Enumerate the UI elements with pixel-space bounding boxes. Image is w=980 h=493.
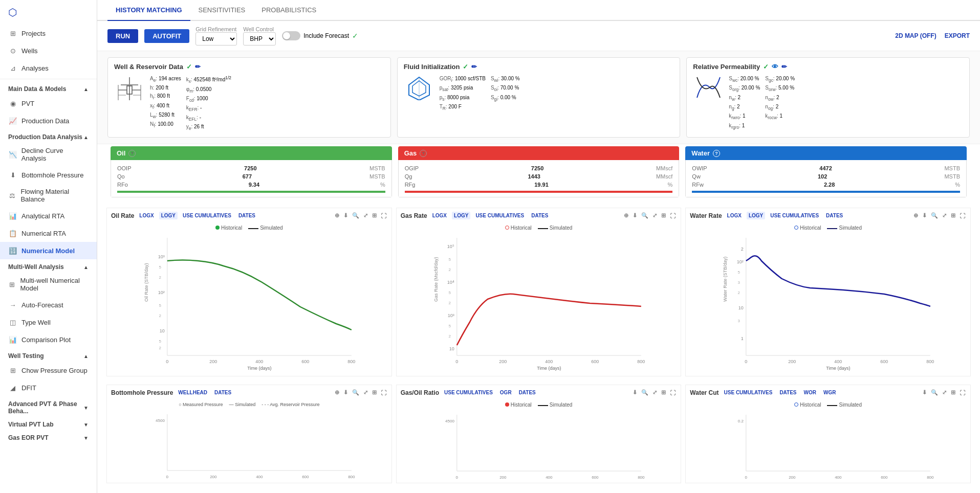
bhp-expand-icon[interactable]: ⤢ <box>362 388 369 397</box>
tab-history-matching[interactable]: HISTORY MATCHING <box>107 0 190 21</box>
gor-zoom-icon[interactable]: 🔍 <box>640 388 649 397</box>
water-info-icon[interactable]: ? <box>713 150 720 157</box>
section-advanced-pvt[interactable]: Advanced PVT & Phase Beha... ▼ <box>0 396 97 417</box>
bhp-zoom-icon[interactable]: 🔍 <box>351 388 360 397</box>
gor-cumulatives-tab[interactable]: USE CUMULATIVES <box>442 389 495 396</box>
oil-crosshair-icon[interactable]: ⊕ <box>334 211 340 220</box>
water-dates-tab[interactable]: DATES <box>824 212 845 219</box>
eye-icon[interactable]: 👁 <box>772 63 778 71</box>
water-download-icon[interactable]: ⬇ <box>921 211 928 220</box>
wcut-grid-icon[interactable]: ⊞ <box>950 388 956 397</box>
sidebar-item-analytical-rta[interactable]: 📊 Analytical RTA <box>0 207 97 225</box>
svg-text:2: 2 <box>159 313 161 318</box>
gas-crosshair-icon[interactable]: ⊕ <box>623 211 629 220</box>
gor-fullscreen-icon[interactable]: ⛶ <box>669 389 677 397</box>
oil-dates-tab[interactable]: DATES <box>236 212 257 219</box>
gor-download-icon[interactable]: ⬇ <box>631 388 638 397</box>
export-button[interactable]: EXPORT <box>945 32 970 39</box>
wcut-dates-tab[interactable]: DATES <box>777 389 798 396</box>
wcut-expand-icon[interactable]: ⤢ <box>941 388 948 397</box>
gas-logy-tab[interactable]: LOGY <box>452 212 470 219</box>
run-button[interactable]: RUN <box>107 29 138 43</box>
bhp-wellhead-tab[interactable]: WELLHEAD <box>176 389 209 396</box>
oil-download-icon[interactable]: ⬇ <box>342 211 349 220</box>
section-gas-eor[interactable]: Gas EOR PVT ▼ <box>0 430 97 443</box>
section-main-data[interactable]: Main Data & Models ▲ <box>0 81 97 95</box>
oil-logy-tab[interactable]: LOGY <box>159 212 178 219</box>
include-forecast-toggle[interactable] <box>282 31 300 40</box>
gas-fullscreen-icon[interactable]: ⛶ <box>669 212 677 220</box>
sidebar-item-type-well[interactable]: ◫ Type Well <box>0 313 97 331</box>
wcut-cumulatives-tab[interactable]: USE CUMULATIVES <box>722 389 775 396</box>
oil-info-icon[interactable]: ? <box>128 150 136 157</box>
sidebar-item-chow-pressure[interactable]: ⊞ Chow Pressure Group <box>0 362 97 379</box>
water-logx-tab[interactable]: LOGX <box>725 212 744 219</box>
sidebar-item-decline-curve[interactable]: 📉 Decline Curve Analysis <box>0 143 97 166</box>
section-virtual-pvt[interactable]: Virtual PVT Lab ▼ <box>0 417 97 430</box>
water-zoom-icon[interactable]: 🔍 <box>930 211 939 220</box>
oil-logx-tab[interactable]: LOGX <box>137 212 156 219</box>
sidebar-item-pvt[interactable]: ◉ PVT <box>0 95 97 112</box>
gor-grid-icon[interactable]: ⊞ <box>660 388 667 397</box>
water-grid-icon[interactable]: ⊞ <box>950 211 956 220</box>
upper-charts-grid: Oil Rate LOGX LOGY USE CUMULATIVES DATES… <box>97 201 980 383</box>
wcut-wgr-tab[interactable]: WGR <box>821 389 838 396</box>
sidebar-item-production-data[interactable]: 📈 Production Data <box>0 112 97 129</box>
bhp-crosshair-icon[interactable]: ⊕ <box>334 388 340 397</box>
oil-cumulatives-tab[interactable]: USE CUMULATIVES <box>181 212 233 219</box>
well-control-select[interactable]: BHP Rate <box>243 32 276 46</box>
wcut-zoom-icon[interactable]: 🔍 <box>930 388 939 397</box>
oil-grid-icon[interactable]: ⊞ <box>371 211 378 220</box>
rel-perm-edit-icon[interactable]: ✏ <box>781 63 787 71</box>
map-toggle-button[interactable]: 2D MAP (OFF) <box>895 32 936 39</box>
bhp-dates-tab[interactable]: DATES <box>212 389 233 396</box>
bhp-grid-icon[interactable]: ⊞ <box>371 388 378 397</box>
tab-sensitivities[interactable]: SENSITIVITIES <box>190 0 254 21</box>
section-well-testing[interactable]: Well Testing ▲ <box>0 348 97 362</box>
tab-probabilistics[interactable]: PROBABILISTICS <box>253 0 324 21</box>
water-logy-tab[interactable]: LOGY <box>747 212 765 219</box>
water-crosshair-icon[interactable]: ⊕ <box>912 211 919 220</box>
gas-info-icon[interactable]: ? <box>420 150 427 157</box>
oil-zoom-icon[interactable]: 🔍 <box>351 211 360 220</box>
water-cumulatives-tab[interactable]: USE CUMULATIVES <box>768 212 821 219</box>
water-expand-icon[interactable]: ⤢ <box>941 211 948 220</box>
sidebar-item-comparison-plot[interactable]: 📊 Comparison Plot <box>0 331 97 348</box>
sidebar-item-projects[interactable]: ⊞ Projects <box>0 25 97 42</box>
sidebar-item-bottomhole[interactable]: ⬇ Bottomhole Pressure <box>0 166 97 184</box>
gor-expand-icon[interactable]: ⤢ <box>651 388 658 397</box>
bhp-title: Bottomhole Pressure <box>111 389 173 396</box>
section-multi-well[interactable]: Multi-Well Analysis ▲ <box>0 259 97 273</box>
sidebar-item-multi-well-model[interactable]: ⊞ Multi-well Numerical Model <box>0 273 97 296</box>
edit-icon[interactable]: ✏ <box>195 63 201 71</box>
gas-cumulatives-tab[interactable]: USE CUMULATIVES <box>473 212 526 219</box>
gas-expand-icon[interactable]: ⤢ <box>651 211 658 220</box>
grid-refinement-select[interactable]: Low Medium High <box>195 32 237 46</box>
oil-fullscreen-icon[interactable]: ⛶ <box>380 212 387 220</box>
gor-ogr-tab[interactable]: OGR <box>498 389 514 396</box>
section-production-analysis[interactable]: Production Data Analysis ▲ <box>0 129 97 143</box>
oil-expand-icon[interactable]: ⤢ <box>362 211 369 220</box>
water-fullscreen-icon[interactable]: ⛶ <box>959 212 966 220</box>
gas-dates-tab[interactable]: DATES <box>529 212 550 219</box>
svg-text:2: 2 <box>738 290 741 295</box>
sidebar-item-numerical-model[interactable]: 🔢 Numerical Model <box>0 242 97 259</box>
sidebar-item-auto-forecast[interactable]: → Auto-Forecast <box>0 296 97 313</box>
autofit-button[interactable]: AUTOFIT <box>144 29 189 43</box>
sidebar-item-wells[interactable]: ⊙ Wells <box>0 42 97 59</box>
gas-zoom-icon[interactable]: 🔍 <box>640 211 649 220</box>
gas-download-icon[interactable]: ⬇ <box>631 211 638 220</box>
wcut-fullscreen-icon[interactable]: ⛶ <box>959 389 966 397</box>
fluid-edit-icon[interactable]: ✏ <box>471 63 477 71</box>
sidebar-item-flowing-material[interactable]: ⚖ Flowing Material Balance <box>0 184 97 207</box>
wcut-wor-tab[interactable]: WOR <box>802 389 818 396</box>
gas-grid-icon[interactable]: ⊞ <box>660 211 667 220</box>
sidebar-item-numerical-rta[interactable]: 📋 Numerical RTA <box>0 225 97 242</box>
gor-dates-tab[interactable]: DATES <box>517 389 538 396</box>
bhp-download-icon[interactable]: ⬇ <box>342 388 349 397</box>
bhp-fullscreen-icon[interactable]: ⛶ <box>380 389 387 397</box>
wcut-download-icon[interactable]: ⬇ <box>921 388 928 397</box>
sidebar-item-dfit[interactable]: ◢ DFIT <box>0 379 97 396</box>
sidebar-item-analyses[interactable]: ⊿ Analyses <box>0 59 97 77</box>
gas-logx-tab[interactable]: LOGX <box>430 212 449 219</box>
